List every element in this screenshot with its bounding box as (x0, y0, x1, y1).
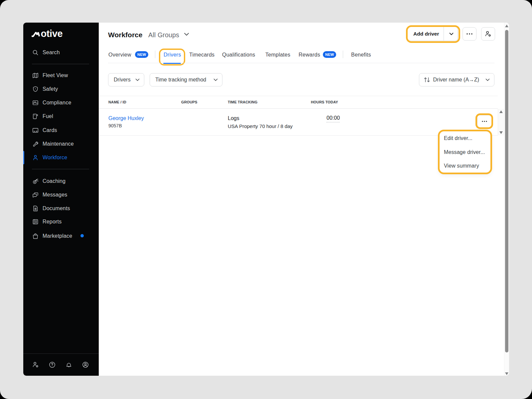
svg-text:otive: otive (41, 30, 63, 38)
